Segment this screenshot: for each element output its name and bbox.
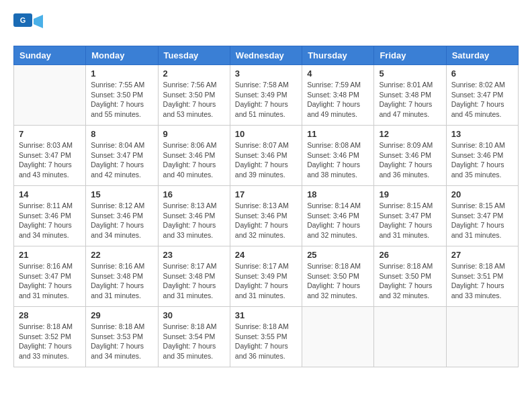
day-number: 19 [379, 189, 441, 199]
calendar-cell: 1Sunrise: 7:55 AMSunset: 3:50 PMDaylight… [86, 65, 158, 126]
cell-sun-info: Sunrise: 8:16 AMSunset: 3:47 PMDaylight:… [19, 261, 81, 301]
day-number: 6 [451, 68, 513, 79]
calendar-cell: 16Sunrise: 8:13 AMSunset: 3:46 PMDayligh… [158, 186, 230, 246]
day-number: 3 [235, 68, 297, 79]
calendar-cell: 6Sunrise: 8:02 AMSunset: 3:47 PMDaylight… [446, 65, 518, 126]
day-number: 11 [307, 129, 369, 139]
cell-sun-info: Sunrise: 8:07 AMSunset: 3:46 PMDaylight:… [235, 140, 297, 180]
day-number: 14 [19, 189, 81, 199]
cell-sun-info: Sunrise: 8:11 AMSunset: 3:46 PMDaylight:… [19, 201, 81, 240]
day-number: 10 [235, 129, 297, 139]
weekday-header: Thursday [302, 46, 374, 65]
day-number: 2 [163, 68, 225, 79]
day-number: 15 [91, 189, 152, 199]
calendar-cell: 18Sunrise: 8:14 AMSunset: 3:46 PMDayligh… [302, 186, 374, 246]
cell-sun-info: Sunrise: 8:03 AMSunset: 3:47 PMDaylight:… [19, 140, 81, 180]
day-number: 12 [379, 129, 441, 139]
day-number: 24 [235, 250, 297, 260]
day-number: 23 [163, 250, 225, 260]
day-number: 4 [307, 68, 369, 79]
calendar-cell: 23Sunrise: 8:17 AMSunset: 3:48 PMDayligh… [158, 246, 230, 307]
day-number: 21 [19, 250, 81, 260]
cell-sun-info: Sunrise: 8:02 AMSunset: 3:47 PMDaylight:… [451, 80, 513, 120]
cell-sun-info: Sunrise: 8:18 AMSunset: 3:50 PMDaylight:… [379, 261, 441, 301]
calendar-cell [374, 307, 446, 367]
calendar-week-row: 14Sunrise: 8:11 AMSunset: 3:46 PMDayligh… [14, 186, 519, 246]
day-number: 22 [91, 250, 152, 260]
cell-sun-info: Sunrise: 8:13 AMSunset: 3:46 PMDaylight:… [163, 201, 225, 240]
logo-icon: G [13, 13, 43, 39]
calendar-cell: 15Sunrise: 8:12 AMSunset: 3:46 PMDayligh… [86, 186, 158, 246]
calendar-cell: 9Sunrise: 8:06 AMSunset: 3:46 PMDaylight… [158, 126, 230, 186]
calendar-header-row: SundayMondayTuesdayWednesdayThursdayFrid… [14, 46, 519, 65]
calendar-cell [14, 65, 86, 126]
calendar-cell: 7Sunrise: 8:03 AMSunset: 3:47 PMDaylight… [14, 126, 86, 186]
calendar-week-row: 21Sunrise: 8:16 AMSunset: 3:47 PMDayligh… [14, 246, 519, 307]
cell-sun-info: Sunrise: 7:56 AMSunset: 3:50 PMDaylight:… [163, 80, 225, 120]
cell-sun-info: Sunrise: 7:58 AMSunset: 3:49 PMDaylight:… [235, 80, 297, 120]
day-number: 8 [91, 129, 152, 139]
weekday-header: Saturday [446, 46, 518, 65]
day-number: 26 [379, 250, 441, 260]
cell-sun-info: Sunrise: 8:10 AMSunset: 3:46 PMDaylight:… [451, 140, 513, 180]
cell-sun-info: Sunrise: 8:18 AMSunset: 3:55 PMDaylight:… [235, 322, 297, 361]
day-number: 25 [307, 250, 369, 260]
calendar-week-row: 28Sunrise: 8:18 AMSunset: 3:52 PMDayligh… [14, 307, 519, 367]
cell-sun-info: Sunrise: 8:12 AMSunset: 3:46 PMDaylight:… [91, 201, 152, 240]
day-number: 27 [451, 250, 513, 260]
svg-marker-2 [34, 15, 43, 28]
calendar-cell: 24Sunrise: 8:17 AMSunset: 3:49 PMDayligh… [230, 246, 302, 307]
day-number: 7 [19, 129, 81, 139]
calendar-cell [302, 307, 374, 367]
weekday-header: Sunday [14, 46, 86, 65]
calendar-cell: 12Sunrise: 8:09 AMSunset: 3:46 PMDayligh… [374, 126, 446, 186]
day-number: 13 [451, 129, 513, 139]
calendar-cell: 19Sunrise: 8:15 AMSunset: 3:47 PMDayligh… [374, 186, 446, 246]
cell-sun-info: Sunrise: 8:17 AMSunset: 3:49 PMDaylight:… [235, 261, 297, 301]
cell-sun-info: Sunrise: 8:18 AMSunset: 3:50 PMDaylight:… [307, 261, 369, 301]
calendar-cell: 21Sunrise: 8:16 AMSunset: 3:47 PMDayligh… [14, 246, 86, 307]
calendar-week-row: 1Sunrise: 7:55 AMSunset: 3:50 PMDaylight… [14, 65, 519, 126]
cell-sun-info: Sunrise: 8:04 AMSunset: 3:47 PMDaylight:… [91, 140, 152, 180]
day-number: 28 [19, 310, 81, 320]
calendar-cell: 17Sunrise: 8:13 AMSunset: 3:46 PMDayligh… [230, 186, 302, 246]
calendar-cell: 31Sunrise: 8:18 AMSunset: 3:55 PMDayligh… [230, 307, 302, 367]
weekday-header: Tuesday [158, 46, 230, 65]
cell-sun-info: Sunrise: 8:18 AMSunset: 3:51 PMDaylight:… [451, 261, 513, 301]
calendar-table: SundayMondayTuesdayWednesdayThursdayFrid… [13, 46, 519, 367]
day-number: 16 [163, 189, 225, 199]
calendar-cell: 3Sunrise: 7:58 AMSunset: 3:49 PMDaylight… [230, 65, 302, 126]
cell-sun-info: Sunrise: 8:14 AMSunset: 3:46 PMDaylight:… [307, 201, 369, 240]
calendar-cell: 4Sunrise: 7:59 AMSunset: 3:48 PMDaylight… [302, 65, 374, 126]
calendar-cell: 27Sunrise: 8:18 AMSunset: 3:51 PMDayligh… [446, 246, 518, 307]
cell-sun-info: Sunrise: 8:15 AMSunset: 3:47 PMDaylight:… [379, 201, 441, 240]
cell-sun-info: Sunrise: 8:18 AMSunset: 3:52 PMDaylight:… [19, 322, 81, 361]
calendar-cell: 28Sunrise: 8:18 AMSunset: 3:52 PMDayligh… [14, 307, 86, 367]
logo: G [13, 13, 46, 39]
day-number: 31 [235, 310, 297, 320]
cell-sun-info: Sunrise: 8:18 AMSunset: 3:54 PMDaylight:… [163, 322, 225, 361]
cell-sun-info: Sunrise: 8:13 AMSunset: 3:46 PMDaylight:… [235, 201, 297, 240]
calendar-cell: 20Sunrise: 8:15 AMSunset: 3:47 PMDayligh… [446, 186, 518, 246]
page-header: G [13, 13, 519, 39]
day-number: 5 [379, 68, 441, 79]
calendar-cell: 14Sunrise: 8:11 AMSunset: 3:46 PMDayligh… [14, 186, 86, 246]
cell-sun-info: Sunrise: 8:01 AMSunset: 3:48 PMDaylight:… [379, 80, 441, 120]
calendar-cell: 26Sunrise: 8:18 AMSunset: 3:50 PMDayligh… [374, 246, 446, 307]
calendar-cell: 25Sunrise: 8:18 AMSunset: 3:50 PMDayligh… [302, 246, 374, 307]
day-number: 18 [307, 189, 369, 199]
calendar-cell: 8Sunrise: 8:04 AMSunset: 3:47 PMDaylight… [86, 126, 158, 186]
cell-sun-info: Sunrise: 8:08 AMSunset: 3:46 PMDaylight:… [307, 140, 369, 180]
cell-sun-info: Sunrise: 8:16 AMSunset: 3:48 PMDaylight:… [91, 261, 152, 301]
calendar-cell: 2Sunrise: 7:56 AMSunset: 3:50 PMDaylight… [158, 65, 230, 126]
calendar-cell: 30Sunrise: 8:18 AMSunset: 3:54 PMDayligh… [158, 307, 230, 367]
calendar-cell [446, 307, 518, 367]
cell-sun-info: Sunrise: 8:18 AMSunset: 3:53 PMDaylight:… [91, 322, 152, 361]
weekday-header: Wednesday [230, 46, 302, 65]
day-number: 30 [163, 310, 225, 320]
day-number: 9 [163, 129, 225, 139]
cell-sun-info: Sunrise: 8:06 AMSunset: 3:46 PMDaylight:… [163, 140, 225, 180]
day-number: 1 [91, 68, 152, 79]
weekday-header: Monday [86, 46, 158, 65]
day-number: 29 [91, 310, 152, 320]
